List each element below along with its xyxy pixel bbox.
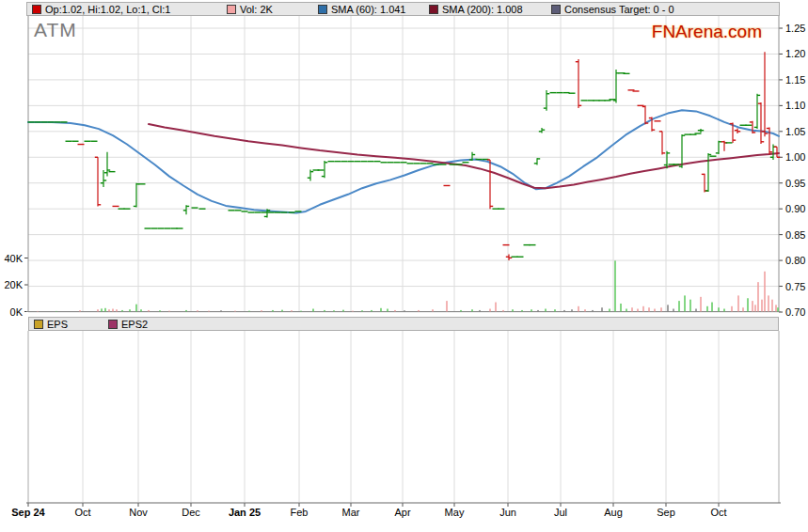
eps-swatch-icon (34, 320, 43, 329)
svg-text:Nov: Nov (129, 507, 148, 518)
svg-text:Mar: Mar (342, 507, 360, 518)
volume-swatch-icon (227, 5, 236, 14)
svg-text:Oct: Oct (710, 507, 726, 518)
svg-text:0.95: 0.95 (785, 178, 805, 189)
svg-text:Dec: Dec (182, 507, 200, 518)
eps-legend-bar: EPS EPS2 (28, 317, 779, 331)
legend-label: Op:1.02, Hi:1.02, Lo:1, Cl:1 (45, 4, 170, 15)
svg-text:1.00: 1.00 (785, 151, 805, 163)
svg-text:1.15: 1.15 (785, 74, 805, 86)
svg-text:0.80: 0.80 (785, 255, 805, 266)
legend-label: Consensus Target: 0 - 0 (564, 4, 674, 15)
legend-label: SMA (200): 1.008 (442, 4, 523, 15)
svg-text:Jun: Jun (499, 507, 516, 518)
svg-text:1.05: 1.05 (785, 126, 805, 137)
sma200-swatch-icon (429, 5, 438, 14)
svg-text:May: May (445, 507, 465, 518)
page-root: 1.251.201.151.101.051.000.950.900.850.80… (0, 0, 808, 532)
legend-item-consensus: Consensus Target: 0 - 0 (551, 3, 674, 15)
svg-text:Oct: Oct (74, 507, 90, 518)
svg-text:1.20: 1.20 (785, 48, 805, 59)
legend-item-ohlc: Op:1.02, Hi:1.02, Lo:1, Cl:1 (32, 3, 170, 15)
legend-item-eps: EPS (34, 318, 68, 330)
eps2-swatch-icon (108, 320, 118, 329)
svg-text:0.85: 0.85 (785, 229, 805, 241)
svg-text:Sep: Sep (657, 507, 675, 518)
legend-item-sma200: SMA (200): 1.008 (429, 3, 523, 15)
svg-text:Sep 24: Sep 24 (11, 507, 45, 518)
svg-text:1.10: 1.10 (785, 100, 805, 111)
legend-label: EPS (47, 319, 68, 330)
ticker-symbol: ATM (34, 19, 77, 41)
svg-text:0.70: 0.70 (785, 306, 805, 318)
legend-item-sma60: SMA (60): 1.041 (318, 3, 406, 15)
svg-text:Feb: Feb (291, 507, 309, 518)
ohlc-swatch-icon (32, 5, 41, 14)
svg-text:Aug: Aug (604, 507, 623, 518)
fnarena-logo-link[interactable]: FNArena.com (652, 22, 762, 42)
svg-text:Jul: Jul (554, 507, 567, 518)
legend-item-eps2: EPS2 (108, 318, 148, 330)
svg-text:1.25: 1.25 (785, 23, 805, 34)
legend-label: EPS2 (121, 319, 148, 330)
legend-label: Vol: 2K (240, 4, 273, 15)
legend-item-volume: Vol: 2K (227, 3, 273, 15)
consensus-swatch-icon (551, 5, 561, 14)
svg-text:0K: 0K (10, 306, 24, 318)
svg-text:0.90: 0.90 (785, 203, 805, 214)
svg-text:Jan 25: Jan 25 (229, 507, 261, 518)
top-legend-bar: Op:1.02, Hi:1.02, Lo:1, Cl:1 Vol: 2K SMA… (26, 2, 780, 16)
svg-text:Apr: Apr (394, 507, 410, 518)
svg-text:0.75: 0.75 (785, 281, 805, 292)
svg-text:20K: 20K (4, 279, 23, 290)
price-volume-chart: 1.251.201.151.101.051.000.950.900.850.80… (0, 0, 808, 532)
svg-text:40K: 40K (4, 253, 23, 264)
legend-label: SMA (60): 1.041 (331, 4, 406, 15)
sma60-swatch-icon (318, 5, 327, 14)
